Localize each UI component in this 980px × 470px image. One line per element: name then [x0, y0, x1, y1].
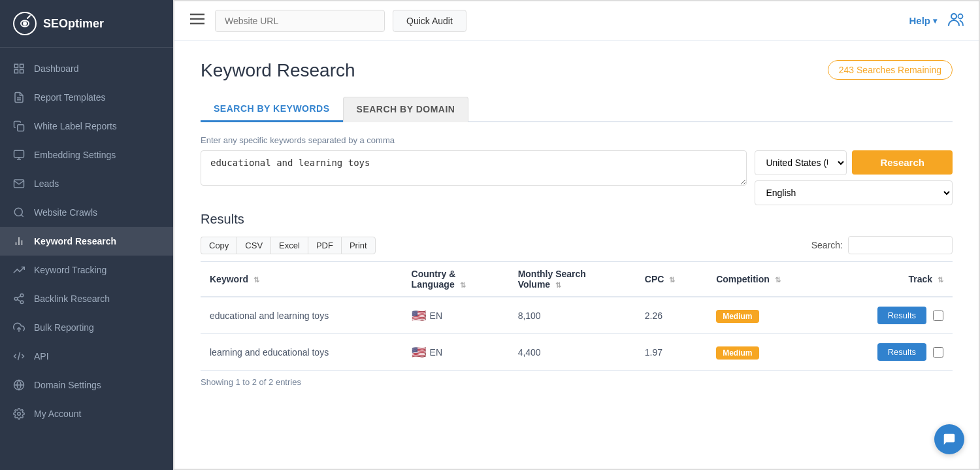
- row2-flag: 🇺🇸: [412, 345, 426, 360]
- trending-up-icon: [13, 264, 25, 276]
- search-row: United States (US) United Kingdom (UK) A…: [201, 150, 953, 205]
- sidebar-item-keyword-research[interactable]: Keyword Research: [0, 227, 173, 256]
- sidebar-item-website-crawls-label: Website Crawls: [34, 207, 97, 218]
- col-competition: Competition ⇅: [707, 261, 828, 297]
- sidebar-item-embedding[interactable]: Embedding Settings: [0, 141, 173, 169]
- page-header: Keyword Research 243 Searches Remaining: [201, 60, 953, 81]
- row2-volume: 4,400: [509, 334, 636, 371]
- showing-entries-text: Showing 1 to 2 of 2 entries: [201, 377, 953, 387]
- col-monthly-volume: Monthly SearchVolume ⇅: [509, 261, 636, 297]
- col-keyword: Keyword ⇅: [201, 261, 402, 297]
- copy-button[interactable]: Copy: [201, 237, 237, 254]
- svg-point-1: [23, 22, 27, 25]
- tab-search-by-keywords[interactable]: SEARCH BY KEYWORDS: [201, 97, 343, 122]
- sidebar-item-bulk-reporting-label: Bulk Reporting: [34, 322, 94, 333]
- country-select[interactable]: United States (US) United Kingdom (UK) A…: [755, 150, 847, 175]
- search-controls: United States (US) United Kingdom (UK) A…: [755, 150, 953, 205]
- sidebar-item-website-crawls[interactable]: Website Crawls: [0, 198, 173, 227]
- file-edit-icon: [13, 92, 25, 103]
- table-search-wrap: Search:: [811, 236, 953, 254]
- logo-text: SEOptimer: [43, 17, 104, 31]
- csv-button[interactable]: CSV: [237, 237, 270, 254]
- bar-chart-icon: [13, 235, 25, 247]
- svg-rect-2: [14, 64, 18, 67]
- help-button[interactable]: Help ▾: [909, 15, 937, 26]
- logo[interactable]: SEOptimer: [0, 0, 173, 48]
- svg-point-19: [20, 301, 24, 304]
- topbar: Quick Audit Help ▾: [174, 1, 979, 41]
- table-search-label: Search:: [811, 240, 843, 250]
- col-cpc: CPC ⇅: [636, 261, 707, 297]
- row1-competition-badge: Medium: [716, 310, 759, 323]
- keyword-textarea[interactable]: [201, 150, 747, 186]
- row2-track-checkbox[interactable]: [933, 347, 943, 358]
- volume-sort-icon[interactable]: ⇅: [555, 281, 561, 289]
- row1-country-lang: 🇺🇸 EN: [402, 297, 509, 334]
- table-search-input[interactable]: [848, 236, 953, 254]
- search-instruction: Enter any specific keywords separated by…: [201, 135, 953, 145]
- monitor-icon: [13, 149, 25, 161]
- research-button[interactable]: Research: [852, 150, 953, 175]
- row2-results-button[interactable]: Results: [877, 343, 926, 361]
- table-row: educational and learning toys 🇺🇸 EN 8,10…: [201, 297, 953, 334]
- language-select[interactable]: English Spanish French German: [755, 180, 953, 205]
- content-area: Keyword Research 243 Searches Remaining …: [174, 41, 979, 469]
- chat-icon: [942, 432, 956, 446]
- sidebar-item-bulk-reporting[interactable]: Bulk Reporting: [0, 313, 173, 342]
- row2-country-lang: 🇺🇸 EN: [402, 334, 509, 371]
- chat-bubble[interactable]: [934, 424, 964, 454]
- chevron-down-icon: ▾: [933, 16, 937, 25]
- svg-rect-8: [18, 125, 24, 131]
- topbar-right: Help ▾: [909, 11, 966, 31]
- row1-competition: Medium: [707, 297, 828, 334]
- results-title: Results: [201, 212, 953, 227]
- quick-audit-button[interactable]: Quick Audit: [393, 10, 466, 32]
- svg-line-13: [21, 214, 23, 216]
- results-toolbar: Copy CSV Excel PDF Print Search:: [201, 236, 953, 254]
- sidebar-item-report-templates[interactable]: Report Templates: [0, 83, 173, 112]
- row1-track-checkbox[interactable]: [933, 311, 943, 321]
- cpc-sort-icon[interactable]: ⇅: [669, 276, 675, 284]
- settings-icon: [13, 408, 25, 420]
- col-country-language: Country &Language ⇅: [402, 261, 509, 297]
- row2-competition-badge: Medium: [716, 346, 759, 360]
- svg-point-30: [958, 14, 963, 18]
- sidebar: SEOptimer Dashboard Report Templates Whi…: [0, 0, 173, 470]
- sidebar-item-white-label[interactable]: White Label Reports: [0, 112, 173, 141]
- sidebar-item-backlink-research[interactable]: Backlink Research: [0, 284, 173, 313]
- hamburger-button[interactable]: [188, 10, 207, 31]
- sidebar-item-my-account-label: My Account: [34, 409, 81, 419]
- share-icon: [13, 293, 25, 305]
- searches-remaining-badge: 243 Searches Remaining: [828, 60, 953, 80]
- row2-track: Results: [828, 334, 953, 371]
- country-sort-icon[interactable]: ⇅: [460, 281, 466, 289]
- col-track: Track ⇅: [828, 261, 953, 297]
- sidebar-item-dashboard[interactable]: Dashboard: [0, 54, 173, 83]
- url-input[interactable]: [215, 10, 385, 32]
- sidebar-item-domain-settings-label: Domain Settings: [34, 380, 101, 390]
- sidebar-item-my-account[interactable]: My Account: [0, 399, 173, 428]
- sidebar-item-white-label-label: White Label Reports: [34, 121, 117, 131]
- tab-search-by-domain[interactable]: SEARCH BY DOMAIN: [343, 97, 469, 122]
- row1-cpc: 2.26: [636, 297, 707, 334]
- pdf-button[interactable]: PDF: [308, 237, 341, 254]
- row1-results-button[interactable]: Results: [877, 307, 926, 324]
- grid-icon: [13, 63, 25, 75]
- sidebar-item-keyword-tracking-label: Keyword Tracking: [34, 265, 106, 275]
- competition-sort-icon[interactable]: ⇅: [775, 276, 781, 284]
- sidebar-item-domain-settings[interactable]: Domain Settings: [0, 371, 173, 399]
- print-button[interactable]: Print: [341, 237, 376, 254]
- hamburger-icon: [190, 13, 204, 25]
- globe-icon: [13, 379, 25, 391]
- sidebar-item-leads[interactable]: Leads: [0, 169, 173, 198]
- track-sort-icon[interactable]: ⇅: [938, 276, 943, 284]
- users-icon[interactable]: [947, 11, 966, 31]
- sidebar-item-keyword-research-label: Keyword Research: [34, 236, 116, 246]
- sidebar-item-keyword-tracking[interactable]: Keyword Tracking: [0, 256, 173, 284]
- excel-button[interactable]: Excel: [270, 237, 308, 254]
- keyword-sort-icon[interactable]: ⇅: [253, 276, 259, 284]
- row1-track: Results: [828, 297, 953, 334]
- mail-icon: [13, 178, 25, 190]
- sidebar-item-api[interactable]: API: [0, 342, 173, 371]
- svg-rect-4: [14, 70, 18, 73]
